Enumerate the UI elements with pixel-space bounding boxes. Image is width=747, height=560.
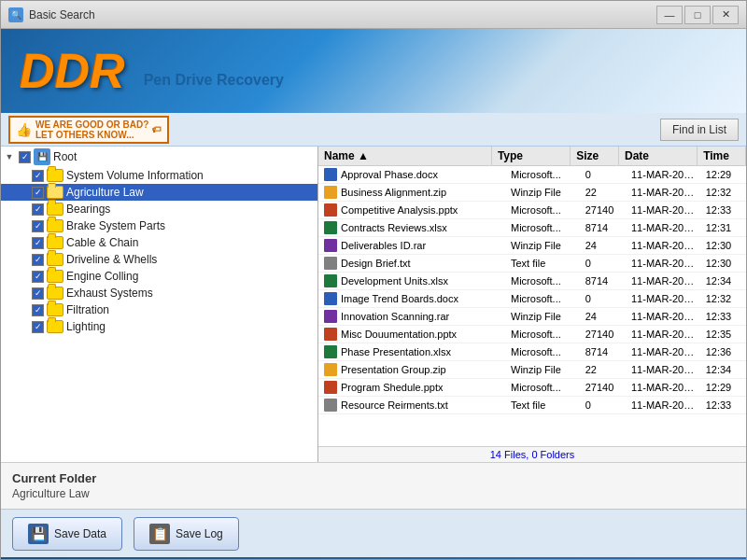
tree-checkbox[interactable] bbox=[32, 187, 44, 199]
file-name-text: Phase Presentation.xlsx bbox=[341, 346, 451, 357]
col-header-time[interactable]: Time bbox=[698, 147, 746, 165]
file-type-icon bbox=[324, 203, 337, 217]
tree-checkbox[interactable] bbox=[32, 254, 44, 266]
file-size-cell: 8714 bbox=[580, 273, 626, 288]
file-name-cell: Program Shedule.pptx bbox=[318, 379, 505, 396]
root-checkbox[interactable] bbox=[19, 151, 31, 163]
file-row[interactable]: Contracts Reviews.xlsxMicrosoft...871411… bbox=[318, 219, 746, 237]
tree-checkbox[interactable] bbox=[32, 287, 44, 300]
tree-item[interactable]: Exhaust Systems bbox=[1, 285, 317, 301]
rating-icon: 👍 bbox=[16, 122, 32, 137]
file-name-cell: Business Alignment.zip bbox=[318, 184, 505, 201]
tree-expander-icon bbox=[16, 236, 29, 249]
tree-item[interactable]: Brake System Parts bbox=[1, 217, 317, 234]
file-name-cell: Innovation Scanning.rar bbox=[318, 308, 505, 325]
file-row[interactable]: Design Brief.txtText file011-MAR-202412:… bbox=[318, 255, 746, 273]
tree-checkbox[interactable] bbox=[32, 271, 44, 283]
tree-checkbox[interactable] bbox=[32, 170, 44, 182]
tree-item-label: Exhaust Systems bbox=[66, 287, 153, 300]
file-name-cell: Misc Douumentation.pptx bbox=[318, 326, 505, 343]
file-name-text: Deliverables ID.rar bbox=[341, 240, 426, 251]
file-name-text: Competitive Analysis.pptx bbox=[341, 204, 458, 216]
tree-item[interactable]: Engine Colling bbox=[1, 268, 317, 285]
tree-item-label: Filtration bbox=[66, 303, 109, 316]
file-date-cell: 11-MAR-2024 bbox=[626, 291, 700, 306]
col-header-size[interactable]: Size bbox=[571, 147, 619, 165]
file-row[interactable]: Approval Phase.docxMicrosoft...011-MAR-2… bbox=[318, 166, 746, 184]
file-row[interactable]: Program Shedule.pptxMicrosoft...2714011-… bbox=[318, 379, 746, 397]
file-type-cell: Winzip File bbox=[505, 185, 580, 200]
file-type-cell: Microsoft... bbox=[505, 291, 580, 306]
file-size-cell: 24 bbox=[580, 238, 626, 253]
folder-icon bbox=[47, 203, 63, 216]
header: DDR Pen Drive Recovery bbox=[1, 29, 746, 113]
current-folder-label: Current Folder bbox=[12, 471, 96, 485]
file-row[interactable]: Business Alignment.zipWinzip File2211-MA… bbox=[318, 184, 746, 202]
file-name-text: Presentation Group.zip bbox=[341, 364, 446, 375]
tree-checkbox[interactable] bbox=[32, 321, 44, 333]
tree-item-label: Driveline & Whells bbox=[66, 253, 157, 266]
file-row[interactable]: Phase Presentation.xlsxMicrosoft...87141… bbox=[318, 343, 746, 361]
file-type-icon bbox=[324, 310, 337, 323]
rating-text: WE ARE GOOD OR BAD? LET OTHERS KNOW... bbox=[35, 119, 148, 140]
file-row[interactable]: Competitive Analysis.pptxMicrosoft...271… bbox=[318, 202, 746, 219]
file-name-cell: Deliverables ID.rar bbox=[318, 237, 505, 254]
file-date-cell: 11-MAR-2024 bbox=[626, 256, 700, 271]
file-row[interactable]: Innovation Scanning.rarWinzip File2411-M… bbox=[318, 308, 746, 326]
col-header-date[interactable]: Date bbox=[619, 147, 698, 165]
tree-checkbox[interactable] bbox=[32, 220, 44, 232]
file-type-icon bbox=[324, 381, 337, 394]
find-in-list-button[interactable]: Find in List bbox=[660, 119, 739, 141]
ddr-logo: DDR bbox=[20, 47, 125, 95]
file-date-cell: 11-MAR-2024 bbox=[626, 309, 700, 324]
expand-icon[interactable]: ▼ bbox=[3, 150, 16, 163]
tree-checkbox[interactable] bbox=[32, 304, 44, 316]
file-time-cell: 12:29 bbox=[700, 380, 746, 395]
tree-root[interactable]: ▼ 💾 Root bbox=[1, 147, 317, 167]
save-log-button[interactable]: 📋 Save Log bbox=[134, 517, 239, 551]
root-label: Root bbox=[53, 150, 77, 163]
file-type-cell: Microsoft... bbox=[505, 380, 580, 395]
tree-item[interactable]: Bearings bbox=[1, 201, 317, 217]
col-header-type[interactable]: Type bbox=[492, 147, 571, 165]
file-name-text: Resource Reirments.txt bbox=[341, 399, 448, 411]
file-type-icon bbox=[324, 221, 337, 234]
tree-checkbox[interactable] bbox=[32, 237, 44, 249]
tree-item[interactable]: Cable & Chain bbox=[1, 234, 317, 251]
tree-item[interactable]: Lighting bbox=[1, 318, 317, 335]
file-size-cell: 22 bbox=[580, 185, 626, 200]
file-list-panel: Name ▲ Type Size Date Time Approval Phas… bbox=[318, 147, 746, 462]
file-time-cell: 12:34 bbox=[700, 273, 746, 288]
close-button[interactable]: ✕ bbox=[712, 6, 739, 24]
maximize-button[interactable]: □ bbox=[684, 6, 711, 24]
file-type-cell: Microsoft... bbox=[505, 327, 580, 342]
save-data-button[interactable]: 💾 Save Data bbox=[12, 517, 122, 551]
tree-checkbox[interactable] bbox=[32, 203, 44, 216]
file-name-text: Contracts Reviews.xlsx bbox=[341, 222, 447, 233]
minimize-button[interactable]: — bbox=[656, 6, 683, 24]
file-name-cell: Presentation Group.zip bbox=[318, 361, 505, 378]
file-type-cell: Winzip File bbox=[505, 309, 580, 324]
tree-item[interactable]: System Volume Information bbox=[1, 167, 317, 184]
col-header-name[interactable]: Name ▲ bbox=[318, 147, 492, 165]
file-time-cell: 12:33 bbox=[700, 203, 746, 217]
file-row[interactable]: Development Units.xlsxMicrosoft...871411… bbox=[318, 273, 746, 290]
file-name-text: Development Units.xlsx bbox=[341, 275, 448, 287]
file-row[interactable]: Deliverables ID.rarWinzip File2411-MAR-2… bbox=[318, 237, 746, 255]
file-row[interactable]: Misc Douumentation.pptxMicrosoft...27140… bbox=[318, 326, 746, 343]
file-type-icon bbox=[324, 345, 337, 358]
file-row[interactable]: Image Trend Boards.docxMicrosoft...011-M… bbox=[318, 290, 746, 308]
file-size-cell: 8714 bbox=[580, 344, 626, 359]
file-type-icon bbox=[324, 399, 337, 412]
file-size-cell: 24 bbox=[580, 309, 626, 324]
tree-item[interactable]: Filtration bbox=[1, 301, 317, 318]
titlebar-controls: — □ ✕ bbox=[656, 6, 739, 24]
file-name-cell: Design Brief.txt bbox=[318, 255, 505, 272]
tree-item[interactable]: Driveline & Whells bbox=[1, 251, 317, 268]
file-row[interactable]: Resource Reirments.txtText file011-MAR-2… bbox=[318, 397, 746, 414]
file-row[interactable]: Presentation Group.zipWinzip File2211-MA… bbox=[318, 361, 746, 379]
folder-icon bbox=[47, 186, 63, 199]
tree-item[interactable]: Agriculture Law bbox=[1, 184, 317, 201]
file-type-cell: Microsoft... bbox=[505, 203, 580, 217]
rating-badge[interactable]: 👍 WE ARE GOOD OR BAD? LET OTHERS KNOW...… bbox=[8, 116, 169, 144]
